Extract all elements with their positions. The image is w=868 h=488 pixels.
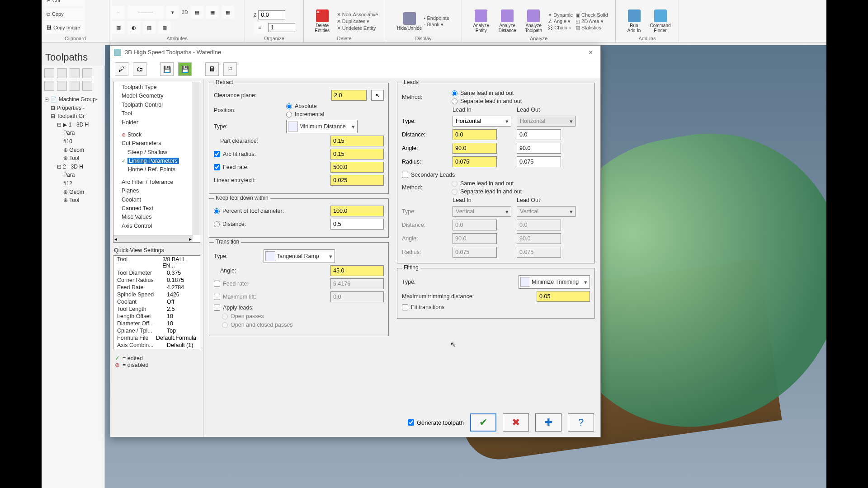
nav-item[interactable]: Toolpath Type [122, 83, 198, 92]
copy-image-button[interactable]: 🖼 Copy Image [44, 21, 85, 34]
max-trim-input[interactable] [537, 291, 590, 302]
vscroll[interactable] [193, 82, 200, 235]
level-icon[interactable]: ≡ [254, 21, 266, 34]
dlg-tb-btn[interactable]: 🖊 [115, 62, 128, 76]
dlg-tb-save2[interactable]: 💾 [178, 62, 192, 76]
dlg-tb-save[interactable]: 💾 [160, 62, 174, 76]
leadin-type-select[interactable]: Horizontal [453, 116, 511, 127]
ok-button[interactable]: ✔ [470, 413, 496, 432]
help-button[interactable]: ? [568, 413, 594, 432]
nav-item[interactable]: Canned Text [122, 204, 198, 213]
blank-button[interactable]: ▫ Blank ▾ [424, 22, 449, 28]
leadin-angle-input[interactable] [453, 143, 497, 154]
apply-leads-check[interactable]: Apply leads: [214, 305, 254, 311]
apply-button[interactable]: ✚ [535, 413, 561, 432]
statistics-button[interactable]: ▤ Statistics [576, 25, 608, 31]
undelete-button[interactable]: ✕ Undelete Entity [337, 25, 378, 31]
fit-transitions-check[interactable]: Fit transitions [402, 304, 444, 310]
command-finder-button[interactable]: Command Finder [649, 9, 672, 34]
analyze-entity-button[interactable]: Analyze Entity [469, 9, 493, 34]
nav-item[interactable]: Misc Values [122, 213, 198, 221]
attr-g[interactable]: ▦ [158, 21, 171, 34]
dynamic-button[interactable]: ✦ Dynamic [548, 12, 573, 18]
endpoints-button[interactable]: • Endpoints [424, 15, 449, 21]
dlg-tb-calc[interactable]: 🖩 [205, 62, 219, 76]
dlg-tb-flag[interactable]: ⚐ [223, 62, 237, 76]
close-button[interactable]: ✕ [585, 48, 597, 57]
retract-feedrate-check[interactable]: Feed rate: [214, 164, 249, 170]
operations-tree[interactable]: ⊟ 📄 Machine Group- ⊟ Properties - ⊟ Tool… [42, 94, 104, 206]
check-solid-button[interactable]: ▣ Check Solid [576, 12, 608, 18]
nav-item[interactable]: Home / Ref. Points [122, 165, 198, 174]
transition-feedrate-check[interactable]: Feed rate: [214, 281, 249, 287]
cut-button[interactable]: ✂ Cut [44, 0, 85, 7]
retract-type-select[interactable]: Minimum Distance [286, 120, 358, 133]
nav-item[interactable]: Arc Filter / Tolerance [122, 178, 198, 187]
retract-feedrate-input[interactable] [330, 162, 384, 173]
leadin-radius-input[interactable] [453, 156, 497, 167]
keepdown-pct-input[interactable] [330, 206, 384, 216]
attr-btn[interactable]: ◦ [112, 6, 125, 19]
level-input[interactable] [268, 23, 295, 32]
nav-item-selected[interactable]: Linking Parameters [122, 157, 198, 165]
clearance-plane-input[interactable] [331, 90, 367, 101]
fitting-type-select[interactable]: Minimize Trimming [519, 275, 590, 289]
nav-item[interactable]: Toolpath Control [122, 101, 198, 109]
position-absolute-radio[interactable]: Absolute [286, 103, 324, 109]
nav-item[interactable]: Steep / Shallow [122, 148, 198, 157]
analyze-distance-button[interactable]: Analyze Distance [495, 9, 519, 34]
tp-toolbar-btn[interactable] [70, 81, 80, 91]
copy-button[interactable]: ⧉ Copy [44, 8, 85, 20]
attr-c[interactable]: ▦ [222, 6, 234, 19]
attr-f[interactable]: ▦ [143, 21, 156, 34]
tp-toolbar-btn[interactable] [82, 81, 92, 91]
delete-entities-button[interactable]: ✕Delete Entities [311, 9, 334, 34]
arc-fit-input[interactable] [330, 149, 384, 160]
nav-item[interactable]: Stock [122, 131, 198, 139]
nav-item[interactable]: Axis Control [122, 222, 198, 230]
arc-fit-check[interactable]: Arc fit radius: [214, 151, 256, 157]
analyze-toolpath-button[interactable]: Analyze Toolpath [522, 9, 545, 34]
max-lift-check[interactable]: Maximum lift: [214, 294, 256, 300]
tp-toolbar-btn[interactable] [57, 81, 67, 91]
tp-toolbar-btn[interactable] [44, 68, 54, 78]
nav-item[interactable]: Model Geometry [122, 92, 198, 100]
attr-e[interactable]: ◐ [127, 21, 140, 34]
area-button[interactable]: ◱ 2D Area ▾ [576, 19, 608, 24]
tp-toolbar-btn[interactable] [70, 68, 80, 78]
keepdown-dist-input[interactable] [330, 219, 384, 230]
dlg-tb-btn[interactable]: 🗂 [133, 62, 146, 76]
nav-item[interactable]: Tool [122, 109, 198, 118]
tp-toolbar-btn[interactable] [57, 68, 67, 78]
leads-same-radio[interactable]: Same lead in and out [452, 90, 522, 96]
run-addin-button[interactable]: Run Add-In [623, 9, 646, 34]
z-input[interactable] [258, 10, 285, 19]
position-incremental-radio[interactable]: Incremental [286, 111, 324, 117]
chain-button[interactable]: ⛓ Chain ▾ [548, 25, 573, 30]
nav-item[interactable]: Holder [122, 118, 198, 127]
linear-entry-input[interactable] [330, 175, 384, 186]
non-assoc-button[interactable]: ✕ Non-Associative [337, 12, 378, 18]
attr-a[interactable]: ▦ [191, 6, 203, 19]
keepdown-dist-radio[interactable]: Distance: [214, 221, 246, 227]
keepdown-pct-radio[interactable]: Percent of tool diameter: [214, 208, 284, 214]
clearance-picker-button[interactable]: ↖ [371, 90, 384, 101]
nav-item[interactable]: Planes [122, 187, 198, 195]
hscroll[interactable]: ◂▸ [113, 235, 193, 242]
cancel-button[interactable]: ✖ [503, 413, 529, 432]
hide-unhide-button[interactable]: Hide/Unhide [398, 9, 421, 34]
leadin-dist-input[interactable] [453, 129, 497, 140]
attr-btn2[interactable]: ▾ [166, 6, 179, 19]
transition-angle-input[interactable] [330, 265, 384, 276]
nav-item[interactable]: Cut Parameters [122, 139, 198, 148]
attr-line[interactable]: ——— [127, 6, 164, 19]
duplicates-button[interactable]: ✕ Duplicates ▾ [337, 19, 378, 24]
tp-toolbar-btn[interactable] [44, 81, 54, 91]
leads-separate-radio[interactable]: Separate lead in and out [452, 98, 522, 104]
page-nav-tree[interactable]: Toolpath Type Model Geometry Toolpath Co… [113, 82, 200, 243]
angle-button[interactable]: ∠ Angle ▾ [548, 19, 573, 24]
generate-toolpath-check[interactable]: Generate toolpath [408, 419, 464, 426]
attr-d[interactable]: ▦ [112, 21, 125, 34]
dialog-titlebar[interactable]: 3D High Speed Toolpaths - Waterline ✕ [110, 46, 600, 59]
transition-type-select[interactable]: Tangential Ramp [264, 249, 335, 263]
